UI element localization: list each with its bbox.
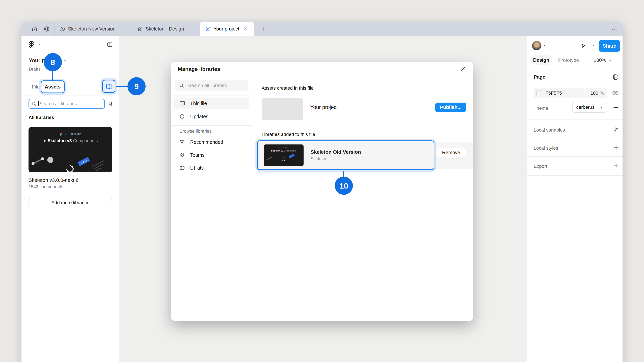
toggle-sidebar-button[interactable] (107, 41, 113, 48)
visibility-eye-icon[interactable] (612, 89, 619, 97)
search-placeholder: Search all libraries (40, 101, 77, 106)
chevron-down-icon (600, 106, 603, 109)
globe-icon (44, 26, 50, 32)
page-fill-input[interactable]: F5F5F5 (534, 88, 584, 98)
new-tab-button[interactable]: + (256, 22, 271, 36)
assets-search-input[interactable]: Search all libraries (28, 99, 105, 109)
close-tab-icon[interactable]: ✕ (244, 26, 247, 31)
tab-label: Skeleton New Version (68, 26, 116, 32)
thumb-deco-slider (32, 158, 44, 165)
theme-select[interactable]: cerberus (572, 102, 607, 113)
annotation-line-8 (52, 71, 53, 81)
color-swatch[interactable] (536, 90, 542, 96)
export-label: Export (534, 164, 547, 169)
divider (171, 125, 252, 126)
dialog-search-input[interactable]: Search all libraries (175, 80, 248, 91)
book-open-icon (179, 100, 185, 106)
refresh-icon (179, 113, 185, 119)
tab-design[interactable]: Design (530, 55, 552, 65)
divider (527, 175, 622, 176)
thumb-deco-circle (47, 157, 53, 163)
project-name: Your project (310, 104, 338, 110)
dialog-nav-ui-kits[interactable]: UI kits (174, 162, 249, 174)
tab-design-label: Design (533, 57, 550, 63)
fill-opacity-value: 100 (590, 90, 598, 96)
tab-prototype[interactable]: Prototype (558, 57, 579, 63)
tab-file[interactable]: File (32, 84, 40, 90)
divider (527, 69, 622, 69)
dialog-nav-recommended[interactable]: Recommended (174, 136, 249, 148)
main-menu-button[interactable] (28, 41, 42, 48)
divider (22, 78, 119, 78)
tab-skeleton-new-version[interactable]: Skeleton New Version (55, 22, 132, 36)
chevron-down-icon (64, 59, 67, 62)
annotation-line-10 (343, 171, 344, 177)
thumb-line1: UI Kit with (28, 132, 112, 136)
share-label: Share (603, 43, 616, 49)
share-button[interactable]: Share (599, 40, 620, 52)
assets-created-heading: Assets created in this file (262, 85, 314, 91)
right-panel: Share Design Prototype 100% Page F5F5F5 … (526, 36, 622, 362)
publish-button[interactable]: Publish... (435, 103, 466, 112)
community-button[interactable] (38, 22, 55, 36)
sliders-icon (108, 101, 113, 107)
annotation-badge-8: 8 (44, 53, 62, 71)
remove-theme-minus-icon[interactable] (613, 104, 619, 110)
avatar[interactable] (532, 41, 542, 50)
dialog-search-placeholder: Search all libraries (188, 83, 227, 88)
library-card-thumbnail[interactable]: UI Kit with Skeleton v3 Components Butto… (28, 127, 112, 172)
nav-label: Recommended (190, 139, 223, 145)
local-styles-label: Local styles (534, 145, 558, 151)
library-meta: 1542 components (28, 184, 63, 189)
filter-button[interactable] (108, 101, 113, 107)
pages-icon[interactable] (612, 74, 618, 80)
local-variables-label: Local variables (534, 127, 565, 133)
globe-icon (179, 165, 185, 171)
ellipsis-icon: ⋯ (611, 26, 618, 32)
fill-hex-value: F5F5F5 (546, 90, 562, 96)
zoom-menu[interactable]: 100% (594, 57, 612, 63)
divider (527, 138, 622, 138)
tab-bar: Skeleton New Version Skeleton - Design Y… (22, 22, 622, 36)
divider (527, 156, 622, 157)
tab-label: Your project (214, 26, 239, 32)
search-icon (31, 101, 36, 106)
chevron-down-icon[interactable] (544, 44, 547, 48)
close-dialog-icon[interactable] (460, 65, 466, 72)
figma-logo-mini-icon (59, 133, 62, 136)
tab-assets-highlight-label[interactable]: Assets (42, 81, 64, 92)
window-overflow-menu-button[interactable]: ⋯ (607, 22, 622, 36)
present-play-icon[interactable] (580, 43, 586, 49)
figma-file-icon (138, 26, 143, 32)
chevron-down-icon[interactable] (591, 44, 595, 48)
dialog-nav-teams[interactable]: Teams (174, 149, 249, 161)
tab-your-project-active[interactable]: Your project ✕ (200, 22, 254, 36)
variables-sliders-icon[interactable] (613, 126, 619, 133)
fill-opacity-input[interactable]: 100 % (585, 88, 607, 98)
annotation-badge-9: 9 (128, 77, 146, 95)
tab-skeleton-design[interactable]: Skeleton - Design (132, 22, 200, 36)
nav-label: UI kits (190, 165, 204, 171)
divider (171, 95, 252, 96)
tabbar-separator (603, 22, 603, 36)
manage-libraries-dialog: Manage libraries Search all libraries Th… (171, 62, 473, 321)
dialog-nav-updates[interactable]: Updates (174, 111, 249, 122)
figma-file-icon (205, 26, 211, 32)
add-style-plus-icon[interactable] (613, 145, 619, 151)
remove-library-button[interactable]: Remove (436, 148, 466, 157)
breadcrumb[interactable]: Drafts (29, 66, 40, 72)
annotation-outline-libraries-button (102, 80, 116, 93)
figma-file-icon (60, 26, 65, 32)
add-more-libraries-button[interactable]: Add more libraries (28, 198, 112, 207)
add-export-plus-icon[interactable] (613, 163, 619, 169)
thumb-deco-spinner (65, 164, 75, 172)
dialog-nav-this-file[interactable]: This file (174, 97, 249, 109)
tab-label: Skeleton - Design (146, 26, 184, 32)
add-more-libraries-label: Add more libraries (51, 200, 90, 205)
annotation-badge-10: 10 (335, 177, 353, 195)
plus-icon: + (262, 25, 266, 33)
project-thumbnail-placeholder (262, 98, 303, 120)
figma-logo-icon (28, 41, 35, 48)
search-icon (179, 83, 184, 88)
annotation-line-9 (116, 86, 128, 87)
